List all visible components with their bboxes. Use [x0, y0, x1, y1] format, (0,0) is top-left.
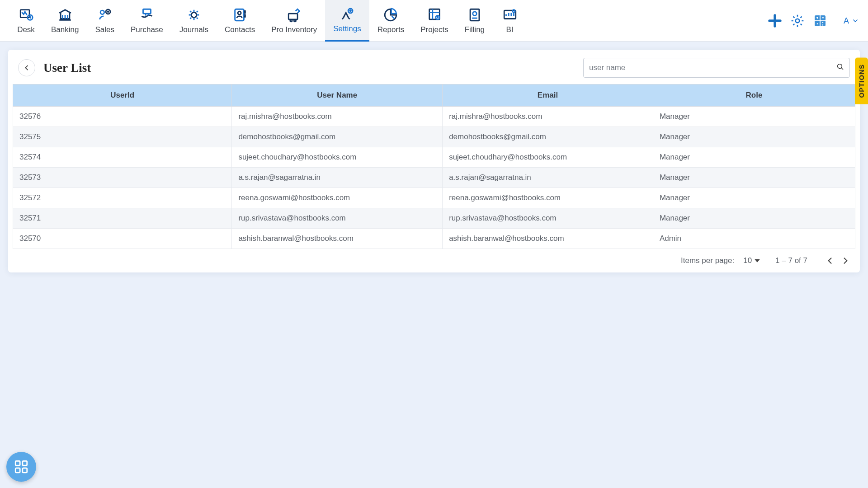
items-per-page-label: Items per page:	[681, 256, 734, 265]
cell-userid: 32571	[13, 208, 232, 229]
nav-label: Filling	[465, 25, 485, 34]
cell-userid: 32575	[13, 127, 232, 147]
table-row[interactable]: 32572reena.goswami@hostbooks.comreena.go…	[13, 188, 855, 208]
cell-username: ashish.baranwal@hostbooks.com	[232, 229, 443, 249]
table-row[interactable]: 32574sujeet.choudhary@hostbooks.comsujee…	[13, 147, 855, 168]
cell-username: raj.mishra@hostbooks.com	[232, 107, 443, 127]
svg-point-9	[290, 19, 292, 21]
nav-label: Pro Inventory	[271, 25, 317, 34]
top-right-actions: A	[768, 0, 859, 42]
cell-role: Manager	[653, 107, 855, 127]
cell-role: Manager	[653, 127, 855, 147]
table-row[interactable]: 32570ashish.baranwal@hostbooks.comashish…	[13, 229, 855, 249]
cell-role: Manager	[653, 147, 855, 168]
cell-email: a.s.rajan@sagarratna.in	[443, 168, 653, 188]
page-next-button[interactable]	[841, 256, 850, 265]
svg-rect-8	[288, 14, 297, 19]
nav-label: Projects	[420, 25, 448, 34]
svg-point-22	[822, 24, 824, 26]
svg-rect-4	[143, 9, 151, 14]
cell-userid: 32572	[13, 188, 232, 208]
desk-icon	[19, 7, 34, 23]
page-title: User List	[43, 61, 91, 75]
user-table: UserIdUser NameEmailRole 32576raj.mishra…	[13, 84, 855, 249]
top-nav: DeskBankingSalesPurchaseJournalsContacts…	[0, 0, 868, 42]
table-row[interactable]: 32571rup.srivastava@hostbooks.comrup.sri…	[13, 208, 855, 229]
apps-grid-icon	[14, 459, 29, 474]
options-side-tab[interactable]: OPTIONS	[855, 58, 868, 104]
cell-email: raj.mishra@hostbooks.com	[443, 107, 653, 127]
nav-item-banking[interactable]: Banking	[43, 0, 87, 42]
cell-email: reena.goswami@hostbooks.com	[443, 188, 653, 208]
search-icon	[836, 63, 844, 73]
col-header-role[interactable]: Role	[653, 84, 855, 107]
nav-item-contacts[interactable]: Contacts	[217, 0, 263, 42]
svg-rect-25	[23, 461, 27, 465]
nav-label: Reports	[377, 25, 405, 34]
banking-icon	[57, 7, 73, 23]
user-list-card: User List UserIdUser NameEmailRole 32576…	[8, 50, 860, 272]
nav-item-desk[interactable]: Desk	[9, 0, 43, 42]
chevron-left-icon	[23, 64, 30, 71]
cell-email: sujeet.choudhary@hostbooks.com	[443, 147, 653, 168]
profile-dropdown[interactable]: A	[844, 16, 859, 26]
col-header-user-name[interactable]: User Name	[232, 84, 443, 107]
reports-icon	[383, 7, 398, 23]
nav-label: Settings	[333, 24, 361, 33]
profile-letter: A	[844, 16, 849, 26]
svg-point-5	[191, 12, 196, 17]
cell-role: Manager	[653, 188, 855, 208]
bi-icon	[502, 7, 518, 23]
svg-point-10	[294, 19, 296, 21]
pagination: Items per page: 10 1 – 7 of 7	[8, 249, 860, 272]
add-button[interactable]	[768, 14, 782, 28]
settings-icon	[340, 6, 355, 22]
cell-role: Manager	[653, 208, 855, 229]
cell-role: Admin	[653, 229, 855, 249]
table-row[interactable]: 32573a.s.rajan@sagarratna.ina.s.rajan@sa…	[13, 168, 855, 188]
nav-label: Contacts	[225, 25, 255, 34]
calculator-button[interactable]	[813, 14, 827, 28]
table-row[interactable]: 32576raj.mishra@hostbooks.comraj.mishra@…	[13, 107, 855, 127]
nav-item-purchase[interactable]: Purchase	[123, 0, 171, 42]
nav-label: Journals	[179, 25, 208, 34]
col-header-email[interactable]: Email	[443, 84, 653, 107]
purchase-icon	[139, 7, 155, 23]
chevron-down-icon	[852, 17, 859, 24]
apps-fab-button[interactable]	[6, 452, 36, 482]
page-prev-button[interactable]	[826, 256, 835, 265]
cell-userid: 32570	[13, 229, 232, 249]
svg-rect-26	[15, 468, 20, 473]
nav-item-pro-inventory[interactable]: Pro Inventory	[263, 0, 325, 42]
cell-userid: 32576	[13, 107, 232, 127]
nav-item-filling[interactable]: Filling	[457, 0, 493, 42]
items-per-page-select[interactable]: 10	[743, 256, 752, 265]
search-input[interactable]	[583, 58, 850, 78]
contacts-icon	[232, 7, 248, 23]
svg-point-7	[238, 11, 241, 14]
cell-username: rup.srivastava@hostbooks.com	[232, 208, 443, 229]
cell-userid: 32574	[13, 147, 232, 168]
nav-label: BI	[506, 25, 514, 34]
cell-email: ashish.baranwal@hostbooks.com	[443, 229, 653, 249]
col-header-userid[interactable]: UserId	[13, 84, 232, 107]
cell-username: sujeet.choudhary@hostbooks.com	[232, 147, 443, 168]
nav-item-bi[interactable]: BI	[493, 0, 527, 42]
page-range: 1 – 7 of 7	[775, 256, 807, 265]
nav-item-settings[interactable]: Settings	[325, 0, 369, 42]
cell-email: rup.srivastava@hostbooks.com	[443, 208, 653, 229]
nav-label: Banking	[51, 25, 79, 34]
nav-item-sales[interactable]: Sales	[87, 0, 123, 42]
nav-label: Desk	[17, 25, 35, 34]
table-row[interactable]: 32575demohostbooks@gmail.comdemohostbook…	[13, 127, 855, 147]
projects-icon	[427, 7, 442, 23]
cell-email: demohostbooks@gmail.com	[443, 127, 653, 147]
settings-gear-button[interactable]	[790, 14, 805, 28]
filling-icon	[467, 7, 482, 23]
back-button[interactable]	[18, 59, 35, 76]
cell-username: a.s.rajan@sagarratna.in	[232, 168, 443, 188]
svg-rect-24	[15, 461, 20, 465]
nav-item-projects[interactable]: Projects	[412, 0, 456, 42]
nav-item-journals[interactable]: Journals	[171, 0, 217, 42]
nav-item-reports[interactable]: Reports	[369, 0, 413, 42]
